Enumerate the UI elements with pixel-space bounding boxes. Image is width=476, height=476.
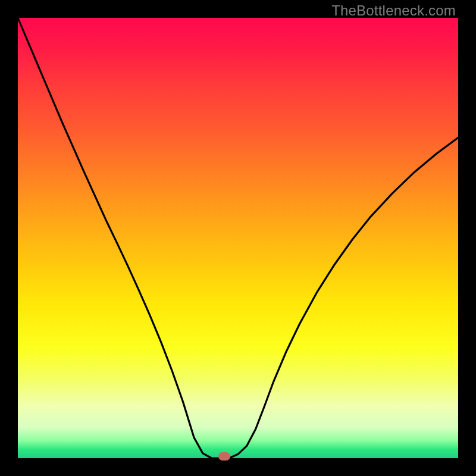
bottleneck-curve <box>18 18 458 458</box>
plot-area <box>18 18 458 458</box>
chart-frame: TheBottleneck.com <box>0 0 476 476</box>
watermark-text: TheBottleneck.com <box>331 2 456 19</box>
optimal-marker <box>218 452 230 461</box>
curve-layer <box>18 18 458 458</box>
